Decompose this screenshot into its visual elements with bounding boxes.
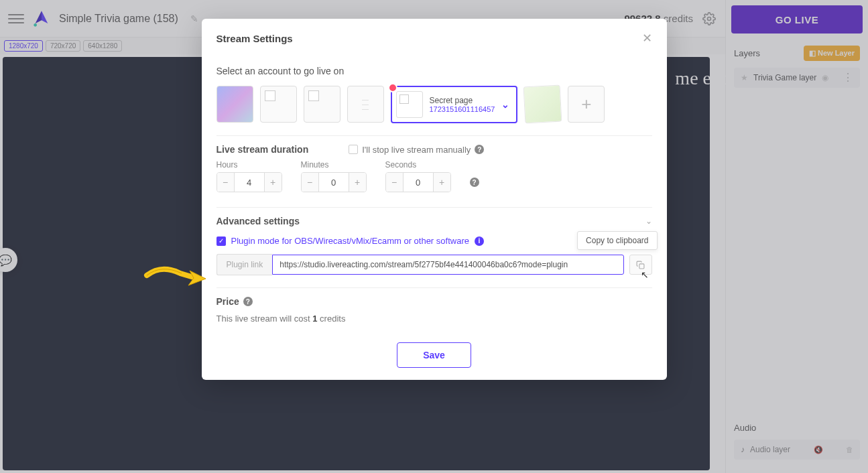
account-thumb bbox=[396, 91, 423, 118]
hours-input[interactable] bbox=[235, 173, 264, 192]
chevron-down-icon: ⌄ bbox=[645, 216, 652, 226]
info-icon[interactable]: i bbox=[475, 236, 484, 246]
stream-settings-modal: Stream Settings ✕ Select an account to g… bbox=[202, 19, 667, 380]
copy-icon bbox=[636, 261, 645, 269]
help-icon[interactable]: ? bbox=[243, 297, 253, 306]
account-tile[interactable] bbox=[216, 86, 253, 123]
modal-overlay: Stream Settings ✕ Select an account to g… bbox=[0, 0, 868, 473]
duration-label: Live stream duration bbox=[216, 144, 309, 155]
hours-stepper: − + bbox=[216, 172, 282, 192]
close-icon[interactable]: ✕ bbox=[642, 31, 652, 46]
svg-rect-5 bbox=[639, 263, 644, 268]
arrow-annotation bbox=[141, 259, 206, 292]
plugin-link-input[interactable] bbox=[272, 255, 623, 275]
copy-button[interactable] bbox=[629, 255, 652, 275]
alert-badge-icon bbox=[388, 83, 397, 92]
plugin-link-label: Plugin link bbox=[216, 254, 273, 275]
advanced-settings-toggle[interactable]: Advanced settings ⌄ bbox=[216, 216, 652, 226]
checkbox-icon bbox=[349, 145, 358, 154]
minutes-plus-button[interactable]: + bbox=[349, 173, 366, 192]
account-tile[interactable] bbox=[523, 85, 562, 124]
seconds-minus-button[interactable]: − bbox=[386, 173, 404, 192]
help-icon[interactable]: ? bbox=[470, 178, 479, 187]
account-name: Secret page bbox=[430, 96, 495, 105]
add-account-tile[interactable]: + bbox=[568, 86, 605, 123]
price-text: This live stream will cost 1 credits bbox=[216, 314, 652, 324]
seconds-plus-button[interactable]: + bbox=[433, 173, 450, 192]
minutes-minus-button[interactable]: − bbox=[302, 173, 319, 192]
select-account-label: Select an account to go live on bbox=[216, 66, 652, 76]
minutes-stepper: − + bbox=[301, 172, 367, 192]
checkbox-checked-icon: ✓ bbox=[216, 236, 226, 246]
hours-label: Hours bbox=[216, 160, 282, 170]
save-button[interactable]: Save bbox=[397, 342, 471, 368]
account-tile[interactable] bbox=[347, 86, 384, 123]
seconds-input[interactable] bbox=[404, 173, 433, 192]
account-tile-selected[interactable]: Secret page 1723151601116457 ⌄ bbox=[391, 86, 518, 123]
chevron-down-icon[interactable]: ⌄ bbox=[501, 99, 509, 110]
account-tile[interactable] bbox=[304, 86, 340, 123]
copy-tooltip: Copy to clipboard bbox=[577, 231, 657, 250]
seconds-stepper: − + bbox=[385, 172, 451, 192]
minutes-input[interactable] bbox=[319, 173, 349, 192]
account-tile[interactable] bbox=[260, 86, 297, 123]
help-icon[interactable]: ? bbox=[475, 145, 484, 154]
price-label: Price bbox=[216, 296, 239, 307]
minutes-label: Minutes bbox=[301, 160, 367, 170]
manual-stop-checkbox[interactable]: I'll stop live stream manually ? bbox=[349, 145, 484, 155]
account-row: Secret page 1723151601116457 ⌄ + bbox=[216, 86, 652, 123]
hours-plus-button[interactable]: + bbox=[264, 173, 282, 192]
seconds-label: Seconds bbox=[385, 160, 451, 170]
hours-minus-button[interactable]: − bbox=[217, 173, 235, 192]
account-id: 1723151601116457 bbox=[430, 105, 495, 113]
modal-title: Stream Settings bbox=[216, 33, 293, 44]
